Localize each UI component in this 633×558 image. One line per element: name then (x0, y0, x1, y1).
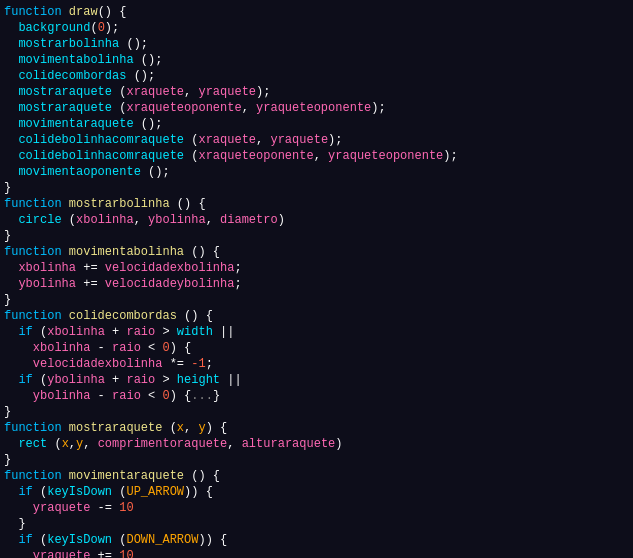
code-line-25: ybolinha - raio < 0) {...} (0, 388, 633, 404)
code-line-30: function movimentaraquete () { (0, 468, 633, 484)
code-line-31: if (keyIsDown (UP_ARROW)) { (0, 484, 633, 500)
code-line-29: } (0, 452, 633, 468)
code-line-17: xbolinha += velocidadexbolinha; (0, 260, 633, 276)
code-line-15: } (0, 228, 633, 244)
code-line-28: rect (x,y, comprimentoraquete, alturaraq… (0, 436, 633, 452)
code-line-18: ybolinha += velocidadeybolinha; (0, 276, 633, 292)
code-line-2: background(0); (0, 20, 633, 36)
code-editor[interactable]: function draw() { background(0); mostrar… (0, 0, 633, 558)
code-line-33: } (0, 516, 633, 532)
code-line-13: function mostrarbolinha () { (0, 196, 633, 212)
code-line-27: function mostraraquete (x, y) { (0, 420, 633, 436)
code-line-6: mostraraquete (xraquete, yraquete); (0, 84, 633, 100)
code-line-7: mostraraquete (xraqueteoponente, yraquet… (0, 100, 633, 116)
code-line-22: xbolinha - raio < 0) { (0, 340, 633, 356)
code-line-14: circle (xbolinha, ybolinha, diametro) (0, 212, 633, 228)
code-line-32: yraquete -= 10 (0, 500, 633, 516)
code-line-10: colidebolinhacomraquete (xraqueteoponent… (0, 148, 633, 164)
code-line-11: movimentaoponente (); (0, 164, 633, 180)
code-line-16: function movimentabolinha () { (0, 244, 633, 260)
code-line-8: movimentaraquete (); (0, 116, 633, 132)
code-line-19: } (0, 292, 633, 308)
code-line-9: colidebolinhacomraquete (xraquete, yraqu… (0, 132, 633, 148)
code-line-5: colidecombordas (); (0, 68, 633, 84)
code-line-3: mostrarbolinha (); (0, 36, 633, 52)
code-line-23: velocidadexbolinha *= -1; (0, 356, 633, 372)
code-line-4: movimentabolinha (); (0, 52, 633, 68)
code-line-35: yraquete += 10 (0, 548, 633, 558)
code-line-34: if (keyIsDown (DOWN_ARROW)) { (0, 532, 633, 548)
code-line-26: } (0, 404, 633, 420)
code-line-21: if (xbolinha + raio > width || (0, 324, 633, 340)
code-line-24: if (ybolinha + raio > height || (0, 372, 633, 388)
code-line-1: function draw() { (0, 4, 633, 20)
code-line-12: } (0, 180, 633, 196)
code-line-20: function colidecombordas () { (0, 308, 633, 324)
